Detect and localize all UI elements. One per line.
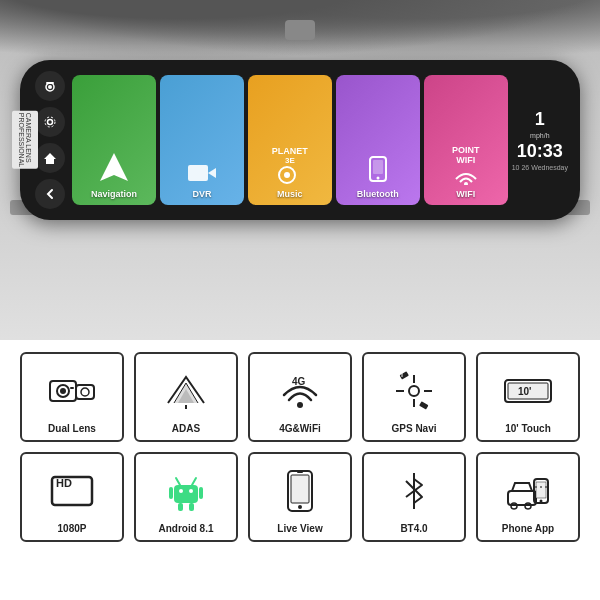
overhead-sensor <box>285 20 315 40</box>
svg-point-24 <box>409 386 419 396</box>
svg-marker-5 <box>44 153 56 164</box>
tile-music[interactable]: PLANET 3E Music <box>248 75 332 205</box>
clock-display: 10:33 <box>517 141 563 162</box>
tile-music-label: Music <box>277 189 303 199</box>
svg-marker-8 <box>208 168 216 178</box>
svg-point-22 <box>297 402 303 408</box>
tile-dvr[interactable]: DVR <box>160 75 244 205</box>
4g-wifi-icon: 4G <box>278 362 322 419</box>
svg-rect-47 <box>291 475 309 503</box>
svg-marker-6 <box>100 153 128 181</box>
svg-point-3 <box>48 120 53 125</box>
feature-gps-label: GPS Navi <box>391 423 436 435</box>
tile-bluetooth-label: Bluetooth <box>357 189 399 199</box>
mirror-display: CAMERA LENSPROFESSIONAL <box>20 60 580 220</box>
svg-point-13 <box>376 177 379 180</box>
gps-icon <box>392 362 436 419</box>
feature-android-label: Android 8.1 <box>158 523 213 535</box>
tile-navigation-label: Navigation <box>91 189 137 199</box>
svg-rect-55 <box>536 482 546 498</box>
back-icon[interactable] <box>35 179 65 209</box>
speed-display: 1 <box>535 109 545 130</box>
svg-rect-18 <box>70 387 74 389</box>
svg-point-59 <box>545 486 547 488</box>
feature-live-view-label: Live View <box>277 523 322 535</box>
feature-bt40: BT4.0 <box>362 452 466 542</box>
svg-point-14 <box>464 182 468 185</box>
svg-point-57 <box>535 486 537 488</box>
svg-point-38 <box>179 489 183 493</box>
clock-date: 10 26 Wednesday <box>512 164 568 171</box>
camera-icon[interactable] <box>35 71 65 101</box>
svg-text:10': 10' <box>518 386 532 397</box>
tile-wifi-label: WIFI <box>456 189 475 199</box>
phone-app-icon <box>506 462 550 519</box>
nav-icon <box>96 149 132 185</box>
svg-text:HD: HD <box>56 477 72 489</box>
android-icon <box>168 462 204 519</box>
tile-wifi[interactable]: POINTWIFI WIFI <box>424 75 508 205</box>
svg-rect-42 <box>169 487 173 499</box>
tile-dvr-label: DVR <box>192 189 211 199</box>
svg-point-56 <box>540 499 543 502</box>
svg-rect-44 <box>178 503 183 511</box>
feature-4g-wifi: 4G 4G&WiFi <box>248 352 352 442</box>
feature-adas: ADAS <box>134 352 238 442</box>
svg-point-58 <box>540 486 542 488</box>
dvr-icon <box>186 161 218 185</box>
feature-gps-navi: GPS Navi <box>362 352 466 442</box>
svg-rect-1 <box>46 82 54 84</box>
live-view-icon <box>284 462 316 519</box>
mirror-app-tiles: Navigation DVR PLANET 3E <box>72 68 508 212</box>
features-grid: Dual Lens ADAS 4G 4G&WiFi <box>0 340 600 554</box>
svg-point-10 <box>284 172 290 178</box>
adas-icon <box>164 362 208 419</box>
feature-dual-lens-label: Dual Lens <box>48 423 96 435</box>
svg-rect-19 <box>76 385 94 399</box>
music-icon: PLANET 3E <box>272 146 308 185</box>
feature-bt40-label: BT4.0 <box>400 523 427 535</box>
svg-line-40 <box>176 478 180 485</box>
svg-rect-37 <box>174 485 198 503</box>
tile-navigation[interactable]: Navigation <box>72 75 156 205</box>
feature-touch: 10' 10' Touch <box>476 352 580 442</box>
svg-text:4G: 4G <box>292 376 306 387</box>
feature-live-view: Live View <box>248 452 352 542</box>
svg-rect-7 <box>188 165 208 181</box>
wifi-point-icon: POINTWIFI <box>452 145 480 185</box>
tile-bluetooth[interactable]: Bluetooth <box>336 75 420 205</box>
bt-phone-icon <box>362 153 394 185</box>
svg-rect-12 <box>373 160 383 174</box>
feature-touch-label: 10' Touch <box>505 423 551 435</box>
dual-lens-icon <box>48 362 96 419</box>
home-icon[interactable] <box>35 143 65 173</box>
feature-dual-lens: Dual Lens <box>20 352 124 442</box>
svg-point-48 <box>298 505 302 509</box>
hd-icon: HD <box>50 462 94 519</box>
svg-point-4 <box>45 117 55 127</box>
feature-adas-label: ADAS <box>172 423 200 435</box>
feature-1080p: HD 1080P <box>20 452 124 542</box>
touch-screen-icon: 10' <box>503 362 553 419</box>
svg-line-41 <box>192 478 196 485</box>
speed-unit: mph/h <box>530 132 549 139</box>
feature-4g-wifi-label: 4G&WiFi <box>279 423 321 435</box>
bluetooth-icon <box>400 462 428 519</box>
sdcard-slot: CAMERA LENSPROFESSIONAL <box>12 111 38 169</box>
mirror-section: CAMERA LENSPROFESSIONAL <box>0 0 600 340</box>
settings-icon[interactable] <box>35 107 65 137</box>
svg-rect-43 <box>199 487 203 499</box>
feature-phone-app: Phone App <box>476 452 580 542</box>
feature-1080p-label: 1080P <box>58 523 87 535</box>
svg-rect-29 <box>400 371 409 379</box>
mirror-status-panel: 1 mph/h 10:33 10 26 Wednesday <box>512 109 568 171</box>
svg-rect-31 <box>419 401 428 409</box>
svg-point-20 <box>81 388 89 396</box>
svg-point-39 <box>189 489 193 493</box>
svg-point-2 <box>48 85 52 89</box>
svg-point-17 <box>60 388 66 394</box>
feature-phone-app-label: Phone App <box>502 523 554 535</box>
feature-android: Android 8.1 <box>134 452 238 542</box>
svg-rect-49 <box>297 471 303 473</box>
svg-rect-45 <box>189 503 194 511</box>
